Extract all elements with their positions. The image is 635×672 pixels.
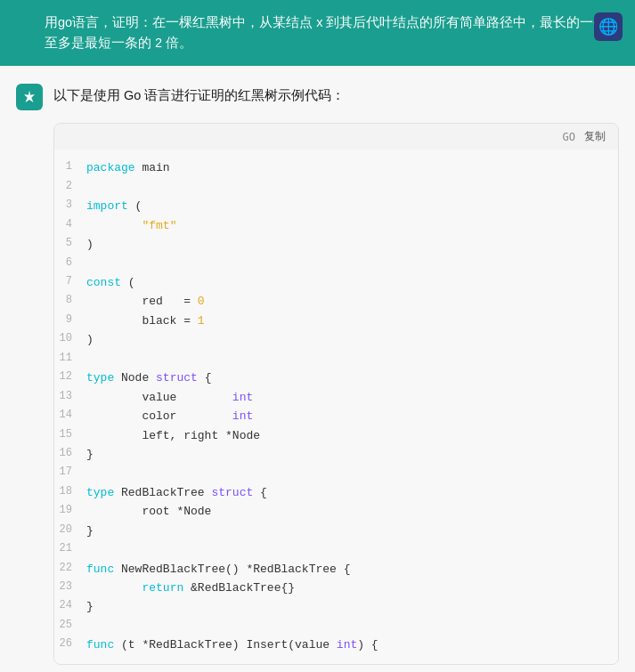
line-code	[86, 255, 94, 273]
line-number: 15	[54, 426, 86, 444]
code-line: 13 value int	[54, 388, 618, 407]
line-number: 11	[54, 350, 86, 368]
line-number: 7	[54, 273, 86, 291]
code-line: 1package main	[54, 158, 618, 177]
code-line: 2	[54, 178, 618, 197]
line-number: 5	[54, 235, 86, 253]
code-container: GO 复制 1package main2 3import (4 "fmt"5)6…	[53, 123, 619, 664]
main-content: 以下是使用 Go 语言进行证明的红黑树示例代码： GO 复制 1package …	[0, 66, 635, 664]
line-number: 12	[54, 368, 86, 386]
code-header: GO 复制	[54, 124, 618, 150]
line-number: 14	[54, 407, 86, 425]
line-code: package main	[86, 158, 170, 177]
code-token: root *Node	[86, 505, 211, 518]
code-line: 4 "fmt"	[54, 216, 618, 235]
code-token: struct	[156, 371, 198, 385]
code-token: main	[135, 161, 170, 174]
line-code: color int	[86, 407, 253, 425]
code-token: int	[232, 391, 253, 404]
code-token: (	[128, 199, 142, 213]
code-token: int	[232, 409, 253, 423]
top-banner: 用go语言，证明：在一棵红黑树中，从某结点 x 到其后代叶结点的所有简单路径中，…	[0, 0, 635, 66]
line-code: import (	[86, 197, 142, 215]
line-code: const (	[86, 273, 135, 292]
code-token: package	[86, 161, 135, 174]
code-token: type	[86, 371, 114, 385]
ai-avatar	[16, 84, 43, 110]
code-line: 15 left, right *Node	[54, 426, 618, 445]
line-code	[86, 617, 94, 636]
code-token: int	[337, 638, 357, 652]
code-token: ) {	[357, 638, 378, 652]
code-token: {	[198, 371, 212, 385]
line-number: 8	[54, 292, 86, 310]
line-number: 13	[54, 388, 86, 406]
ai-icon	[21, 89, 37, 105]
line-number: 26	[54, 636, 86, 653]
code-token: import	[86, 199, 128, 213]
line-code: red = 0	[86, 292, 205, 311]
line-code: return &RedBlackTree{}	[86, 579, 295, 597]
banner-icon: 🌐	[594, 12, 623, 41]
code-line: 9 black = 1	[54, 312, 618, 330]
code-token: Node	[114, 371, 156, 385]
code-line: 11	[54, 350, 618, 368]
code-line: 18type RedBlackTree struct {	[54, 483, 618, 502]
line-number: 1	[54, 158, 86, 176]
code-line: 6	[54, 255, 618, 273]
code-token: (	[121, 276, 135, 289]
banner-text: 用go语言，证明：在一棵红黑树中，从某结点 x 到其后代叶结点的所有简单路径中，…	[45, 12, 619, 53]
line-code: }	[86, 522, 94, 540]
code-token: }	[86, 448, 94, 461]
line-number: 3	[54, 197, 86, 215]
code-token: 1	[198, 314, 205, 328]
line-number: 20	[54, 522, 86, 539]
code-token: value	[86, 391, 232, 404]
code-token: &RedBlackTree{}	[183, 581, 295, 595]
code-token	[86, 581, 142, 595]
code-line: 14 color int	[54, 407, 618, 425]
code-token: {	[253, 486, 267, 499]
line-number: 9	[54, 312, 86, 329]
code-line: 10)	[54, 330, 618, 349]
line-code	[86, 350, 94, 368]
code-token: "fmt"	[142, 219, 176, 232]
code-token: red =	[86, 295, 198, 308]
line-code: value int	[86, 388, 253, 407]
line-number: 17	[54, 464, 86, 482]
code-line: 20}	[54, 522, 618, 540]
line-code: }	[86, 597, 94, 616]
line-number: 19	[54, 502, 86, 520]
code-token	[86, 219, 142, 232]
code-token: return	[142, 581, 183, 595]
line-code	[86, 178, 94, 197]
code-block: 1package main2 3import (4 "fmt"5)6 7cons…	[54, 150, 618, 663]
line-code: root *Node	[86, 502, 211, 521]
line-number: 24	[54, 597, 86, 615]
line-code: func (t *RedBlackTree) Insert(value int)…	[86, 636, 379, 654]
line-code: type RedBlackTree struct {	[86, 483, 267, 502]
line-number: 6	[54, 255, 86, 272]
code-token: left, right *Node	[86, 429, 260, 442]
code-line: 26func (t *RedBlackTree) Insert(value in…	[54, 636, 618, 654]
code-lang: GO	[563, 131, 575, 143]
line-number: 21	[54, 540, 86, 558]
line-code: func NewRedBlackTree() *RedBlackTree {	[86, 560, 350, 579]
code-line: 21	[54, 540, 618, 559]
line-code: )	[86, 235, 94, 254]
code-token: func	[86, 638, 114, 652]
code-line: 24}	[54, 597, 618, 616]
code-line: 22func NewRedBlackTree() *RedBlackTree {	[54, 560, 618, 579]
line-code: type Node struct {	[86, 368, 211, 387]
code-token: }	[86, 600, 94, 613]
code-token: struct	[211, 486, 253, 499]
line-number: 22	[54, 560, 86, 578]
code-token: RedBlackTree	[114, 486, 211, 499]
code-line: 3import (	[54, 197, 618, 215]
ai-section: 以下是使用 Go 语言进行证明的红黑树示例代码：	[0, 66, 635, 110]
code-line: 16}	[54, 445, 618, 464]
line-code: )	[86, 330, 94, 349]
copy-button[interactable]: 复制	[584, 129, 606, 144]
code-token: 0	[198, 295, 205, 308]
code-line: 23 return &RedBlackTree{}	[54, 579, 618, 597]
